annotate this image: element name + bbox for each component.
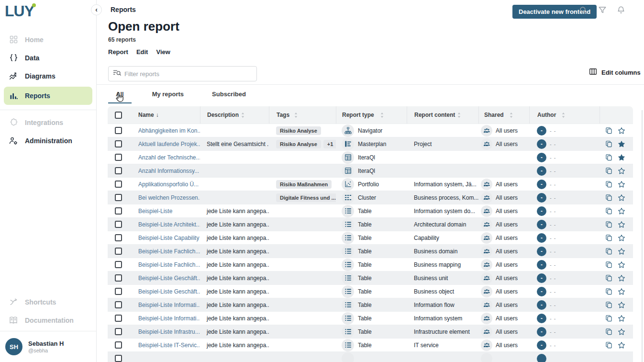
- user-profile[interactable]: SH Sebastian H @sebha: [0, 331, 96, 362]
- row-checkbox[interactable]: [115, 341, 122, 349]
- copy-icon[interactable]: [605, 221, 612, 228]
- report-name-link[interactable]: Beispiel-Liste Infrastru...: [138, 328, 200, 335]
- copy-icon[interactable]: [605, 328, 612, 335]
- report-name-link[interactable]: Beispiel-Liste Informati...: [138, 302, 200, 308]
- search-icon[interactable]: [579, 6, 588, 14]
- favorite-star-filled-icon[interactable]: [618, 140, 625, 148]
- table-row[interactable]: Beispiel-Liste jede Liste kann angepa...…: [108, 204, 633, 217]
- table-row[interactable]: Beispiel-Liste Architekt... jede Liste k…: [108, 217, 633, 231]
- sidebar-item-diagrams[interactable]: Diagrams: [4, 68, 92, 83]
- favorite-star-filled-icon[interactable]: [618, 154, 625, 161]
- report-name-link[interactable]: Bei welchen Prozessen...: [138, 194, 200, 201]
- table-row[interactable]: Anzahl der Technische... IteraQl -- -: [108, 150, 633, 164]
- sidebar-collapse-button[interactable]: ‹: [91, 4, 102, 15]
- row-checkbox[interactable]: [115, 301, 122, 308]
- favorite-star-icon[interactable]: [618, 315, 625, 322]
- copy-icon[interactable]: [605, 234, 612, 241]
- row-checkbox[interactable]: [115, 194, 122, 201]
- filter-icon[interactable]: [598, 6, 607, 14]
- favorite-star-icon[interactable]: [618, 261, 625, 269]
- table-row[interactable]: Beispiel-Liste Fachlich... jede Liste ka…: [108, 258, 633, 271]
- row-checkbox[interactable]: [115, 127, 122, 134]
- favorite-star-icon[interactable]: [618, 167, 625, 175]
- edit-columns-button[interactable]: Edit columns: [589, 68, 641, 77]
- scrollbar[interactable]: [642, 110, 643, 362]
- copy-icon[interactable]: [605, 127, 612, 134]
- copy-icon[interactable]: [605, 288, 612, 295]
- row-checkbox[interactable]: [115, 221, 122, 228]
- row-checkbox[interactable]: [115, 167, 122, 174]
- favorite-star-icon[interactable]: [618, 288, 625, 295]
- sidebar-item-reports[interactable]: Reports: [4, 87, 92, 105]
- report-name-link[interactable]: Beispiel-Liste Geschäft...: [138, 275, 200, 282]
- report-name-link[interactable]: Beispiel-Liste IT-Servic...: [138, 342, 200, 349]
- row-checkbox[interactable]: [115, 315, 122, 322]
- copy-icon[interactable]: [605, 274, 612, 282]
- column-header-description[interactable]: Description: [200, 106, 269, 124]
- luy-logo[interactable]: LUY: [5, 2, 34, 20]
- favorite-star-icon[interactable]: [618, 274, 625, 282]
- column-header-report-type[interactable]: Report type: [336, 106, 407, 124]
- sidebar-item-shortcuts[interactable]: Shortcuts: [4, 294, 92, 309]
- report-name-link[interactable]: Applikationsporfolio Ü...: [138, 181, 199, 188]
- report-name-link[interactable]: Beispiel-Liste Fachlich...: [138, 248, 200, 255]
- favorite-star-icon[interactable]: [618, 248, 625, 255]
- row-checkbox[interactable]: [115, 234, 122, 241]
- tab-subscribed[interactable]: Subscribed: [204, 87, 254, 103]
- copy-icon[interactable]: [605, 207, 612, 215]
- filter-reports-input[interactable]: [124, 70, 252, 78]
- favorite-star-icon[interactable]: [618, 328, 625, 336]
- column-header-report-content[interactable]: Report content: [407, 106, 478, 124]
- column-header-author[interactable]: Author: [529, 106, 600, 124]
- report-name-link[interactable]: Beispiel-Liste Geschäft...: [138, 288, 200, 295]
- select-all-checkbox[interactable]: [115, 112, 122, 119]
- copy-icon[interactable]: [605, 181, 612, 188]
- favorite-star-icon[interactable]: [618, 234, 625, 242]
- row-checkbox[interactable]: [115, 274, 122, 282]
- sidebar-item-data[interactable]: Data: [4, 50, 92, 65]
- table-row[interactable]: Applikationsporfolio Ü... Risiko Maßnahm…: [108, 177, 633, 191]
- row-checkbox[interactable]: [115, 154, 122, 161]
- report-name-link[interactable]: Beispiel-Liste Fachlich...: [138, 261, 200, 268]
- tab-my-reports[interactable]: My reports: [144, 87, 191, 103]
- menu-report[interactable]: Report: [108, 48, 128, 56]
- copy-icon[interactable]: [605, 154, 612, 161]
- report-name-link[interactable]: Abhängigkeiten im Kon...: [138, 127, 200, 134]
- favorite-star-icon[interactable]: [618, 127, 625, 135]
- copy-icon[interactable]: [605, 194, 612, 201]
- table-row[interactable]: Beispiel-Liste Geschäft... jede Liste ka…: [108, 271, 633, 284]
- row-checkbox[interactable]: [115, 328, 122, 335]
- report-name-link[interactable]: Beispiel-Liste Informati...: [138, 315, 200, 322]
- favorite-star-icon[interactable]: [618, 181, 625, 188]
- table-row[interactable]: Aktuell laufende Projek... Stellt eine G…: [108, 137, 633, 150]
- report-name-link[interactable]: Beispiel-Liste Architekt...: [138, 221, 200, 228]
- report-name-link[interactable]: Beispiel-Liste Capability: [138, 235, 199, 241]
- favorite-star-icon[interactable]: [618, 341, 625, 349]
- favorite-star-icon[interactable]: [618, 221, 625, 228]
- copy-icon[interactable]: [605, 261, 612, 268]
- table-row[interactable]: Bei welchen Prozessen... Digitale Fitnes…: [108, 191, 633, 204]
- table-row[interactable]: Abhängigkeiten im Kon... Risiko Analyse …: [108, 124, 633, 137]
- row-checkbox[interactable]: [115, 261, 122, 268]
- favorite-star-icon[interactable]: [618, 207, 625, 215]
- row-checkbox[interactable]: [115, 248, 122, 255]
- copy-icon[interactable]: [605, 167, 612, 174]
- bell-icon[interactable]: [617, 6, 625, 14]
- report-name-link[interactable]: Anzahl der Technische...: [138, 154, 200, 161]
- copy-icon[interactable]: [605, 301, 612, 308]
- menu-view[interactable]: View: [156, 48, 170, 56]
- column-header-shared[interactable]: Shared: [478, 106, 529, 124]
- column-header-name[interactable]: Name↓: [129, 106, 200, 124]
- tab-all[interactable]: All: [108, 87, 132, 103]
- favorite-star-icon[interactable]: [618, 301, 625, 309]
- column-header-tags[interactable]: Tags: [269, 106, 336, 124]
- table-row[interactable]: Beispiel-Liste Informati... jede Liste k…: [108, 298, 633, 311]
- table-row[interactable]: Anzahl Informationssy... IteraQl -- -: [108, 164, 633, 177]
- sidebar-item-documentation[interactable]: Documentation: [4, 313, 92, 328]
- row-checkbox[interactable]: [115, 140, 122, 147]
- row-checkbox[interactable]: [115, 207, 122, 215]
- copy-icon[interactable]: [605, 315, 612, 322]
- copy-icon[interactable]: [605, 341, 612, 349]
- table-row[interactable]: Beispiel-Liste Fachlich... jede Liste ka…: [108, 244, 633, 258]
- copy-icon[interactable]: [605, 140, 612, 147]
